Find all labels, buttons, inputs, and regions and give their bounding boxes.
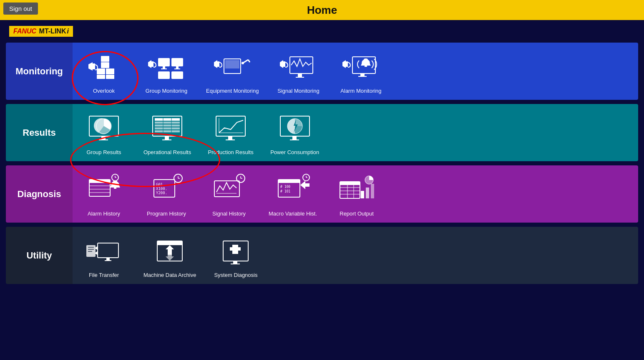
nav-item-report-output[interactable]: Report Output: [334, 171, 380, 217]
nav-item-alarm-history[interactable]: Alarm History: [81, 171, 127, 217]
svg-text:G01: G01: [156, 183, 163, 187]
svg-rect-28: [298, 74, 302, 77]
overlook-label: Overlook: [93, 88, 115, 94]
logo-bar: FANUC MT-LINKi: [0, 20, 644, 43]
svg-rect-3: [106, 68, 114, 74]
signal-history-icon-area: [206, 171, 252, 209]
svg-rect-21: [225, 60, 239, 68]
nav-item-power-consumption[interactable]: Power Consumption: [270, 110, 319, 155]
report-output-icon-area: [334, 171, 380, 209]
svg-rect-51: [228, 136, 232, 139]
svg-rect-99: [98, 243, 118, 258]
svg-rect-97: [371, 184, 374, 198]
nav-item-file-transfer[interactable]: File Transfer: [81, 233, 127, 278]
power-consumption-icon-area: [272, 110, 318, 147]
svg-rect-52: [226, 139, 235, 140]
machine-data-archive-label: Machine Data Archive: [143, 272, 196, 278]
page-title: Home: [307, 4, 337, 17]
nav-item-operational-results[interactable]: Operational Results: [143, 110, 191, 155]
nav-item-overlook[interactable]: Overlook: [81, 48, 127, 94]
nav-item-production-results[interactable]: Production Results: [208, 110, 254, 155]
file-transfer-label: File Transfer: [89, 272, 119, 278]
production-results-icon-area: [208, 110, 254, 147]
system-diagnosis-label: System Diagnosis: [214, 272, 257, 278]
svg-rect-57: [290, 139, 299, 140]
results-label: Results: [6, 104, 73, 161]
sign-out-button[interactable]: Sign out: [3, 3, 38, 15]
svg-rect-12: [161, 68, 167, 69]
svg-rect-10: [158, 58, 170, 66]
svg-rect-2: [97, 68, 105, 74]
logo-fanuc: FANUC: [13, 28, 36, 35]
svg-rect-13: [171, 58, 183, 66]
svg-rect-7: [101, 56, 109, 62]
svg-marker-8: [148, 60, 151, 68]
svg-rect-107: [157, 241, 182, 245]
svg-rect-35: [365, 66, 367, 67]
svg-rect-1: [93, 63, 95, 69]
nav-item-group-results[interactable]: Group Results: [81, 110, 127, 155]
svg-rect-42: [162, 139, 171, 140]
group-monitoring-label: Group Monitoring: [146, 88, 187, 94]
nav-item-signal-history[interactable]: Signal History: [206, 171, 252, 217]
nav-item-group-monitoring[interactable]: Group Monitoring: [143, 48, 189, 94]
equipment-monitoring-icon-area: [209, 48, 255, 86]
svg-rect-96: [366, 188, 369, 198]
svg-rect-14: [176, 66, 179, 68]
main-content: Monitoring: [0, 43, 644, 284]
signal-monitoring-icon-area: [275, 48, 321, 86]
svg-rect-6: [106, 75, 114, 79]
svg-rect-33: [360, 74, 365, 76]
alarm-history-label: Alarm History: [88, 210, 120, 217]
svg-rect-29: [296, 77, 304, 78]
nav-item-macro-variable-hist[interactable]: # 100 # 101 Macro Variable Hist.: [269, 171, 317, 217]
results-items: Group Results: [73, 104, 638, 161]
utility-items: File Transfer Machine Data Archive: [73, 227, 638, 284]
diagnosis-section: Diagnosis: [6, 165, 638, 223]
report-output-label: Report Output: [340, 210, 374, 217]
svg-rect-34: [358, 76, 367, 77]
logo: FANUC MT-LINKi: [9, 26, 73, 37]
alarm-monitoring-icon-area: [338, 48, 384, 86]
svg-rect-50: [216, 116, 245, 136]
group-results-label: Group Results: [86, 149, 121, 155]
results-section: Results Group Results: [6, 104, 638, 161]
nav-item-equipment-monitoring[interactable]: Equipment Monitoring: [206, 48, 259, 94]
svg-rect-43: [155, 118, 180, 121]
power-consumption-label: Power Consumption: [270, 149, 319, 155]
svg-rect-19: [217, 61, 219, 67]
svg-rect-46: [155, 127, 180, 129]
utility-label: Utility: [6, 227, 73, 284]
svg-rect-38: [99, 139, 108, 140]
nav-item-alarm-monitoring[interactable]: Alarm Monitoring: [338, 48, 384, 94]
production-results-label: Production Results: [208, 149, 254, 155]
svg-rect-110: [231, 264, 240, 264]
diagnosis-label: Diagnosis: [6, 165, 73, 223]
macro-variable-hist-label: Macro Variable Hist.: [269, 210, 317, 217]
monitoring-items: Overlook: [73, 43, 638, 100]
svg-rect-5: [97, 75, 105, 79]
nav-item-program-history[interactable]: G01 X100. Y200. Program History: [143, 171, 189, 217]
svg-rect-26: [283, 61, 285, 67]
nav-item-system-diagnosis[interactable]: System Diagnosis: [213, 233, 259, 278]
svg-rect-109: [233, 261, 237, 264]
file-transfer-icon-area: [81, 233, 127, 270]
svg-marker-25: [280, 60, 283, 68]
svg-rect-101: [105, 260, 111, 261]
alarm-history-icon-area: [81, 171, 127, 209]
svg-rect-61: [89, 180, 110, 183]
monitoring-section: Monitoring: [6, 43, 638, 100]
svg-rect-114: [230, 247, 241, 251]
svg-rect-100: [106, 258, 110, 260]
nav-item-signal-monitoring[interactable]: Signal Monitoring: [275, 48, 321, 94]
svg-rect-82: [278, 180, 300, 183]
operational-results-icon-area: [144, 110, 190, 147]
signal-history-label: Signal History: [212, 210, 246, 217]
svg-rect-44: [155, 122, 180, 124]
svg-text:# 101: # 101: [280, 190, 290, 193]
alarm-monitoring-label: Alarm Monitoring: [340, 88, 381, 94]
svg-rect-31: [346, 61, 348, 67]
svg-rect-56: [292, 136, 297, 139]
svg-rect-4: [101, 62, 109, 68]
nav-item-machine-data-archive[interactable]: Machine Data Archive: [143, 233, 196, 278]
